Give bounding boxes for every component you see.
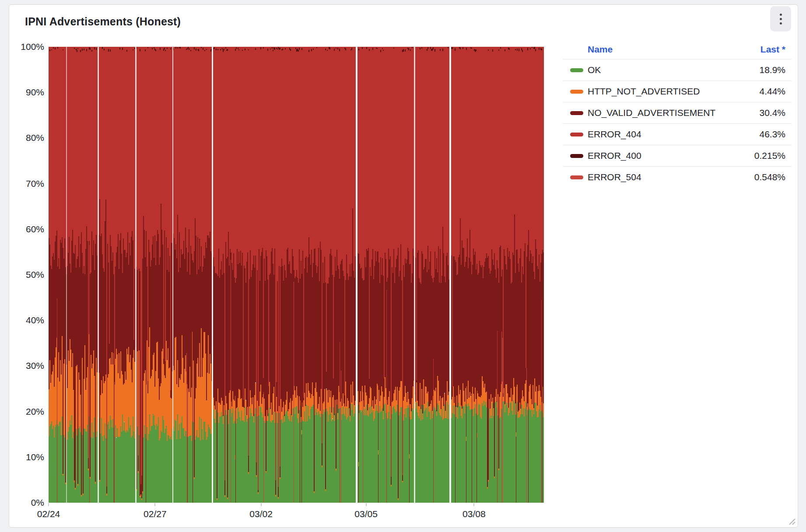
- x-axis-label: 03/08: [463, 509, 486, 519]
- legend-row[interactable]: NO_VALID_ADVERTISEMENT30.4%: [563, 102, 792, 123]
- legend-series-value: 4.44%: [759, 86, 785, 97]
- series-color-pill[interactable]: [570, 175, 583, 179]
- legend-series-name: ERROR_400: [588, 150, 641, 161]
- series-color-pill[interactable]: [570, 68, 583, 72]
- series-color-pill[interactable]: [570, 111, 583, 115]
- series-color-pill[interactable]: [570, 133, 583, 136]
- resize-corner-icon[interactable]: [788, 517, 795, 525]
- y-axis-label: 0%: [9, 497, 44, 508]
- y-axis-label: 20%: [9, 406, 44, 417]
- legend-series-name: HTTP_NOT_ADVERTISED: [588, 86, 700, 97]
- legend-row[interactable]: HTTP_NOT_ADVERTISED4.44%: [563, 80, 792, 102]
- legend-row[interactable]: ERROR_5040.548%: [563, 166, 792, 188]
- x-axis-tick: [366, 503, 367, 506]
- legend-series-value: 30.4%: [759, 108, 785, 118]
- x-axis-label: 03/05: [354, 509, 378, 519]
- legend-series-name: NO_VALID_ADVERTISEMENT: [588, 108, 715, 118]
- legend-series-value: 0.215%: [754, 150, 785, 161]
- x-axis-tick: [154, 503, 155, 506]
- legend-table: Name Last * OK18.9%HTTP_NOT_ADVERTISED4.…: [563, 40, 792, 188]
- stacked-area-chart[interactable]: [49, 47, 544, 503]
- legend-header: Name Last *: [563, 40, 792, 59]
- legend-series-name: ERROR_404: [588, 129, 641, 140]
- legend-row[interactable]: OK18.9%: [563, 59, 792, 80]
- legend-series-value: 18.9%: [759, 65, 785, 75]
- y-axis-label: 60%: [9, 224, 44, 234]
- series-color-pill[interactable]: [570, 90, 583, 94]
- x-axis-label: 03/02: [249, 509, 273, 519]
- x-axis-label: 02/27: [144, 509, 167, 519]
- y-axis-label: 100%: [9, 42, 44, 52]
- x-axis-tick: [473, 503, 474, 506]
- panel: IPNI Advertisements (Honest) 0%10%20%30%…: [9, 4, 798, 528]
- legend-row[interactable]: ERROR_40446.3%: [563, 123, 792, 145]
- y-axis-label: 30%: [9, 360, 44, 371]
- legend-header-name[interactable]: Name: [588, 44, 613, 55]
- legend-series-value: 46.3%: [759, 129, 785, 140]
- legend-series-name: OK: [588, 65, 601, 75]
- legend-series-value: 0.548%: [754, 172, 785, 182]
- y-axis-label: 70%: [9, 178, 44, 189]
- x-axis-label: 02/24: [37, 509, 60, 519]
- y-axis-label: 50%: [9, 270, 44, 280]
- y-axis-label: 10%: [9, 452, 44, 462]
- series-color-pill[interactable]: [570, 154, 583, 158]
- y-axis-label: 90%: [9, 87, 44, 98]
- legend-series-name: ERROR_504: [588, 172, 641, 182]
- x-axis-tick: [261, 503, 262, 506]
- legend-row[interactable]: ERROR_4000.215%: [563, 145, 792, 166]
- y-axis-label: 40%: [9, 315, 44, 326]
- y-axis-label: 80%: [9, 133, 44, 143]
- legend-header-last[interactable]: Last *: [760, 44, 785, 55]
- x-axis-tick: [48, 503, 49, 506]
